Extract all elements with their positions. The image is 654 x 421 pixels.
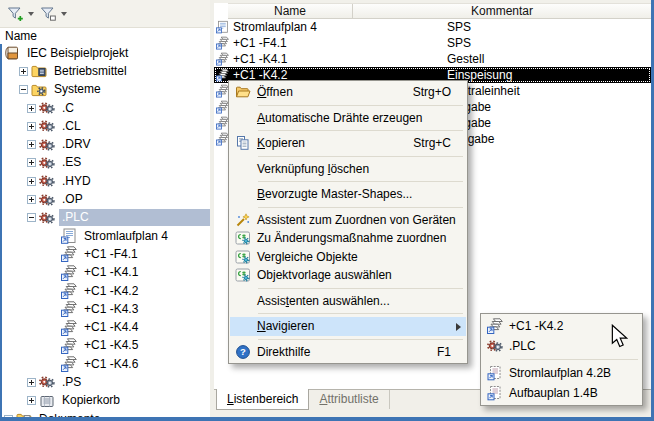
expander-icon[interactable] [27,122,36,131]
gears-icon [487,338,503,354]
menu-item-aufbauplan-1-4b[interactable]: Aufbauplan 1.4B [482,383,641,403]
table-row[interactable]: +C1 -K4.1 Gestell [214,51,651,67]
filter-properties-button[interactable] [37,3,70,25]
filter-toolbar [0,0,210,28]
folder-gear-icon [31,82,47,98]
script-gear-icon [235,230,251,246]
shortcut-label: F1 [437,345,466,359]
tree-item-op[interactable]: .OP [2,190,210,208]
tree-item-drv[interactable]: .DRV [2,135,210,153]
device-stack-icon [216,36,229,50]
menu-item-assistenten-auswaehlen[interactable]: Assistenten auswählen... [230,292,466,311]
device-stack-icon [61,320,77,336]
tree-item-plc[interactable]: .PLC [2,209,210,227]
tree-item-kopierkorb[interactable]: Kopierkorb [2,392,210,410]
menu-item-zu-aenderungsmassnahme-zuordnen[interactable]: Zu Änderungsmaßnahme zuordnen [230,229,466,248]
filter-new-button[interactable] [4,3,37,25]
menu-separator [258,313,463,314]
gears-icon [39,374,55,390]
tree-item-c1-k4-3[interactable]: +C1 -K4.3 [2,300,210,318]
tree-item-systeme[interactable]: Systeme [2,81,210,99]
tree-item-c1-k4-2[interactable]: +C1 -K4.2 [2,282,210,300]
list-header: Name Kommentar [228,3,651,19]
device-stack-icon [216,52,229,66]
gears-icon [39,155,55,171]
menu-item-stromlaufplan-4-2b[interactable]: Stromlaufplan 4.2B [482,363,641,383]
menu-item-assistent-zum-zuordnen-von-geraeten[interactable]: Assistent zum Zuordnen von Geräten [230,211,466,230]
submenu-arrow-icon [456,323,461,331]
device-stack-icon [61,265,77,281]
tree-item-c1-f4-1[interactable]: +C1 -F4.1 [2,245,210,263]
tree-item-betriebsmittel[interactable]: Betriebsmittel [2,62,210,80]
gears-icon [39,173,55,189]
tree-item-c1-k4-6[interactable]: +C1 -K4.6 [2,355,210,373]
tree-item-c1-k4-1[interactable]: +C1 -K4.1 [2,264,210,282]
folder-devices-icon [31,63,47,79]
menu-item-automatische-draehte-erzeugen[interactable]: Automatische Drähte erzeugen [230,109,466,128]
window-border-bottom [0,417,654,421]
menu-item-vergleiche-objekte[interactable]: Vergleiche Objekte [230,248,466,267]
menu-item-objektvorlage-auswaehlen[interactable]: Objektvorlage auswählen [230,266,466,285]
expander-icon[interactable] [27,396,36,405]
tree-column-header: Name [0,28,210,44]
tree-item-c1-k4-4[interactable]: +C1 -K4.4 [2,318,210,336]
gears-icon [39,192,55,208]
table-row[interactable]: +C1 -F4.1 SPS [214,35,651,51]
expander-icon[interactable] [19,67,28,76]
expander-icon[interactable] [27,140,36,149]
expander-icon[interactable] [27,378,36,387]
gears-icon [39,210,55,226]
menu-separator [258,207,463,208]
tree-item-stromlaufplan-4[interactable]: Stromlaufplan 4 [2,227,210,245]
sheet-icon [216,20,229,34]
menu-item-kopieren[interactable]: Kopieren Strg+C [230,134,466,153]
script-gear-icon [235,267,251,283]
app-window: Name IEC Beispielprojekt Betriebsmittel … [0,0,654,421]
menu-item-direkthilfe[interactable]: Direkthilfe F1 [230,343,466,362]
expander-icon[interactable] [27,213,36,222]
project-icon [4,45,20,61]
dropdown-arrow-icon[interactable] [28,12,34,16]
help-icon [235,344,251,360]
expander-icon[interactable] [27,177,36,186]
menu-separator [258,288,463,289]
menu-item-oeffnen[interactable]: Öffnen Strg+O [230,83,466,102]
column-header-kommentar[interactable]: Kommentar [353,4,651,18]
expander-icon[interactable] [27,158,36,167]
tree-item-c1-k4-5[interactable]: +C1 -K4.5 [2,337,210,355]
tree-pane: Name IEC Beispielprojekt Betriebsmittel … [0,0,210,417]
table-row[interactable]: Stromlaufplan 4 SPS [214,19,651,35]
menu-item-navigieren[interactable]: Navigieren [230,317,466,336]
sheet-link-icon [487,385,503,401]
shortcut-label: Strg+C [413,136,466,150]
project-tree: IEC Beispielprojekt Betriebsmittel Syste… [2,44,210,417]
menu-separator [258,105,463,106]
window-border-left [0,44,2,421]
tree-item-dokumente[interactable]: Dokumente [2,410,210,417]
dropdown-arrow-icon[interactable] [61,12,67,16]
gears-icon [39,118,55,134]
menu-item-verknuepfung-loeschen[interactable]: Verknüpfung löschen [230,160,466,179]
menu-separator [258,156,463,157]
tree-item-cl[interactable]: .CL [2,117,210,135]
menu-separator [258,181,463,182]
tree-item-iec-beispielprojekt[interactable]: IEC Beispielprojekt [2,44,210,62]
expander-icon[interactable] [19,85,28,94]
menu-item-bevorzugte-master-shapes[interactable]: Bevorzugte Master-Shapes... [230,185,466,204]
expander-icon[interactable] [27,104,36,113]
wizard-icon [235,212,251,228]
tree-item-ps[interactable]: .PS [2,373,210,391]
script-gear-icon [235,249,251,265]
column-header-name[interactable]: Name [228,4,353,18]
tree-item-es[interactable]: .ES [2,154,210,172]
tree-item-c[interactable]: .C [2,99,210,117]
tab-attributliste[interactable]: Attributliste [309,390,389,409]
open-folder-icon [235,84,251,100]
device-stack-icon [61,338,77,354]
expander-icon[interactable] [27,195,36,204]
filter-add-icon [7,6,24,22]
tab-listenbereich[interactable]: Listenbereich [216,389,309,410]
menu-separator [510,359,638,360]
tree-item-hyd[interactable]: .HYD [2,172,210,190]
shortcut-label: Strg+O [413,85,466,99]
